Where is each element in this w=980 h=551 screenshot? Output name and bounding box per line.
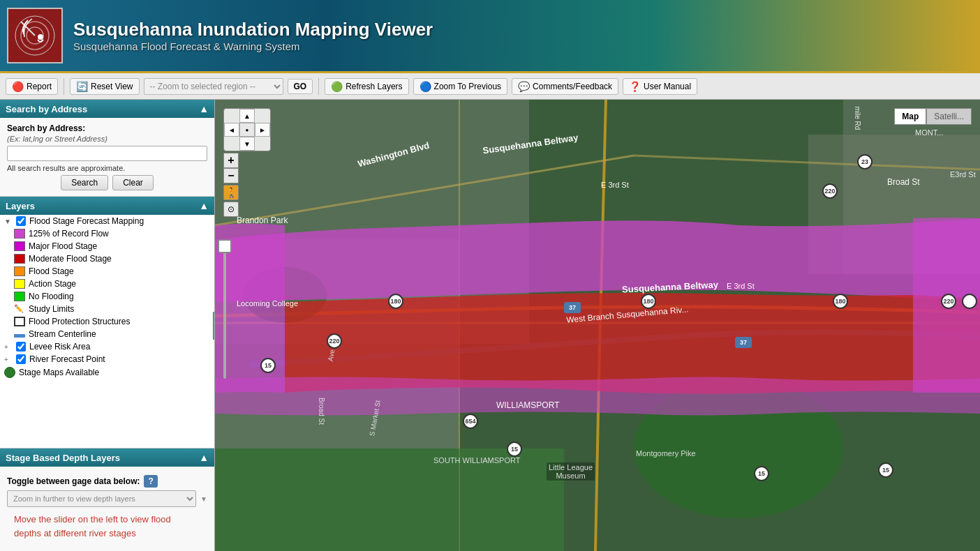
swatch-stage-maps — [4, 367, 15, 378]
zoom-in-button[interactable]: + — [223, 153, 239, 168]
reset-icon: 🔄 — [76, 81, 88, 92]
layer-expand-icon[interactable]: ▼ — [4, 218, 13, 225]
layer-label-stream-centerline: Stream Centerline — [29, 329, 210, 339]
zoom-slider-track — [223, 239, 226, 379]
refresh-icon: 🟢 — [331, 81, 343, 92]
layers-panel-collapse[interactable]: ▲ — [199, 200, 209, 211]
stage-panel: Stage Based Depth Layers ▲ Toggle betwee… — [0, 448, 214, 551]
nav-arrows: ▲ ◄ ● ► ▼ — [224, 109, 270, 151]
swatch-moderate-flood — [14, 254, 25, 264]
zoom-out-button[interactable]: − — [223, 168, 239, 183]
header-text: Susquehanna Inundation Mapping Viewer Su… — [73, 19, 433, 52]
pan-right-button[interactable]: ► — [255, 123, 270, 137]
stage-depth-select[interactable]: Zoom in further to view depth layers — [7, 490, 196, 507]
stage-select-arrow: ▼ — [200, 495, 207, 503]
map-navigation-controls: ▲ ◄ ● ► ▼ + − 🚶 ⊙ — [223, 108, 271, 217]
app-header: Susquehanna Inundation Mapping Viewer Su… — [0, 0, 980, 73]
stage-select-row: Zoom in further to view depth layers ▼ — [7, 490, 207, 507]
list-item: + River Forecast Point — [0, 353, 214, 365]
layer-label-no-flooding: No Flooding — [29, 292, 210, 301]
search-button[interactable]: Search — [61, 175, 108, 190]
list-item: Stream Centerline — [0, 328, 214, 340]
zoom-prev-button[interactable]: 🔵 Zoom To Previous — [413, 78, 508, 95]
go-button[interactable]: GO — [288, 79, 313, 94]
refresh-layers-button[interactable]: 🟢 Refresh Layers — [325, 78, 408, 95]
main-area: » Search by Address ▲ Search by Address:… — [0, 100, 980, 551]
sidebar: » Search by Address ▲ Search by Address:… — [0, 100, 215, 551]
zoom-region-select[interactable]: -- Zoom to selected region -- — [144, 78, 283, 95]
app-subtitle: Susquehanna Flood Forecast & Warning Sys… — [73, 40, 433, 52]
layer-label-study-limits: Study Limits — [29, 304, 210, 314]
stage-panel-header: Stage Based Depth Layers ▲ — [0, 448, 214, 467]
zoom-prev-icon: 🔵 — [420, 81, 431, 92]
nav-empty-1 — [224, 109, 239, 123]
nav-empty-2 — [255, 109, 270, 123]
comments-feedback-button[interactable]: 💬 Comments/Feedback — [512, 78, 618, 95]
layer-checkbox-river[interactable] — [16, 354, 26, 364]
reset-view-button[interactable]: 🔄 Reset View — [70, 78, 139, 95]
list-item: No Flooding — [0, 290, 214, 303]
list-item: Stage Maps Available — [0, 365, 214, 379]
toolbar-sep-2 — [318, 78, 319, 95]
layer-label-major-flood: Major Flood Stage — [29, 241, 210, 251]
zoom-control: + − — [223, 153, 271, 183]
street-view-icon[interactable]: 🚶 — [223, 185, 239, 200]
list-item: Major Flood Stage — [0, 240, 214, 252]
report-button[interactable]: 🔴 Report — [6, 78, 58, 95]
nav-empty-4 — [255, 137, 270, 151]
layer-label-flood-protection: Flood Protection Structures — [29, 317, 210, 326]
stage-toggle-row: Toggle between gage data below: ? — [7, 475, 207, 488]
swatch-flood-protection — [14, 317, 25, 326]
locate-button[interactable]: ⊙ — [223, 202, 239, 217]
layer-expand-levee[interactable]: + — [4, 343, 13, 351]
user-manual-button[interactable]: ❓ User Manual — [623, 78, 697, 95]
stage-toggle-label: Toggle between gage data below: — [7, 476, 140, 486]
manual-icon: ❓ — [629, 81, 641, 92]
nav-empty-3 — [224, 137, 239, 151]
svg-point-3 — [38, 34, 43, 40]
layer-checkbox-flood-forecast[interactable] — [16, 216, 26, 226]
list-item: Action Stage — [0, 278, 214, 290]
search-panel-collapse[interactable]: ▲ — [199, 103, 209, 114]
list-item: + Levee Risk Area — [0, 340, 214, 353]
address-input[interactable] — [7, 146, 207, 161]
swatch-study-limits: ✏️ — [14, 304, 25, 314]
layer-label-stage-maps: Stage Maps Available — [19, 368, 210, 377]
app-logo — [7, 8, 63, 63]
layer-label-levee: Levee Risk Area — [29, 342, 210, 352]
search-panel-header: Search by Address ▲ — [0, 100, 214, 118]
stage-panel-collapse[interactable]: ▲ — [199, 452, 209, 463]
pan-control: ▲ ◄ ● ► ▼ — [223, 108, 271, 151]
stage-help-button[interactable]: ? — [144, 475, 157, 488]
report-icon: 🔴 — [12, 81, 24, 92]
clear-button[interactable]: Clear — [112, 175, 154, 190]
stage-panel-content: Toggle between gage data below: ? Zoom i… — [0, 467, 214, 551]
pan-center-button[interactable]: ● — [239, 123, 255, 137]
map-area[interactable]: Map Satelli... ▲ ◄ ● ► ▼ + − — [215, 100, 980, 551]
swatch-125-record — [14, 229, 25, 239]
list-item: Flood Protection Structures — [0, 315, 214, 328]
layer-label-125-record: 125% of Record Flow — [29, 229, 210, 239]
swatch-flood-stage — [14, 266, 25, 276]
map-type-satellite-button[interactable]: Satelli... — [926, 108, 972, 125]
pan-left-button[interactable]: ◄ — [224, 123, 239, 137]
pan-up-button[interactable]: ▲ — [239, 109, 255, 123]
search-hint: (Ex: lat,lng or Street Address) — [7, 135, 207, 143]
swatch-stream-centerline — [14, 334, 25, 338]
pan-down-button[interactable]: ▼ — [239, 137, 255, 151]
app-title: Susquehanna Inundation Mapping Viewer — [73, 19, 433, 40]
layer-label-flood-forecast: Flood Stage Forecast Mapping — [29, 216, 210, 226]
svg-rect-15 — [215, 448, 564, 551]
toolbar-sep-1 — [64, 78, 64, 95]
map-type-map-button[interactable]: Map — [894, 108, 926, 125]
list-item: Flood Stage — [0, 265, 214, 278]
stage-info-text: Move the slider on the left to view floo… — [7, 507, 207, 545]
layers-panel-header: Layers ▲ — [0, 197, 214, 215]
search-buttons: Search Clear — [7, 175, 207, 190]
zoom-slider-handle[interactable] — [218, 239, 232, 253]
layer-label-flood-stage: Flood Stage — [29, 266, 210, 276]
layer-checkbox-levee[interactable] — [16, 342, 26, 352]
layers-panel: Layers ▲ ▼ Flood Stage Forecast Mapping … — [0, 197, 214, 448]
layer-expand-river[interactable]: + — [4, 356, 13, 363]
list-item: ✏️ Study Limits — [0, 303, 214, 315]
